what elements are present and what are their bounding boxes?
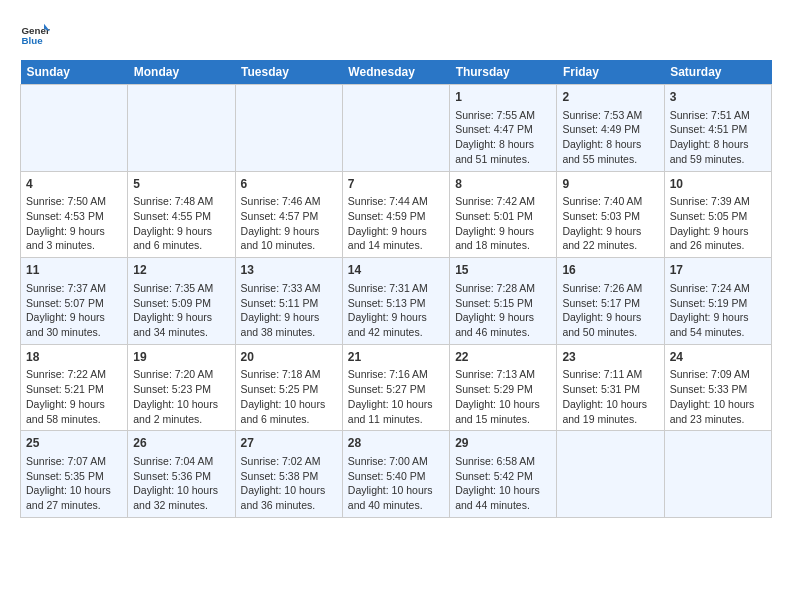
day-number: 3 — [670, 89, 766, 106]
day-info-line: Sunrise: 7:18 AM — [241, 367, 337, 382]
calendar-week-row: 25Sunrise: 7:07 AMSunset: 5:35 PMDayligh… — [21, 431, 772, 518]
calendar-cell: 5Sunrise: 7:48 AMSunset: 4:55 PMDaylight… — [128, 171, 235, 258]
day-info-line: Sunrise: 7:02 AM — [241, 454, 337, 469]
calendar-cell: 1Sunrise: 7:55 AMSunset: 4:47 PMDaylight… — [450, 85, 557, 172]
day-info-line: Daylight: 10 hours — [241, 483, 337, 498]
day-info-line: Sunrise: 7:07 AM — [26, 454, 122, 469]
day-info-line: Sunrise: 7:31 AM — [348, 281, 444, 296]
calendar-week-row: 4Sunrise: 7:50 AMSunset: 4:53 PMDaylight… — [21, 171, 772, 258]
day-info-line: and 59 minutes. — [670, 152, 766, 167]
calendar-header-row: SundayMondayTuesdayWednesdayThursdayFrid… — [21, 60, 772, 85]
day-info-line: Daylight: 9 hours — [241, 224, 337, 239]
calendar-cell: 6Sunrise: 7:46 AMSunset: 4:57 PMDaylight… — [235, 171, 342, 258]
day-info-line: Sunset: 5:15 PM — [455, 296, 551, 311]
day-number: 24 — [670, 349, 766, 366]
day-info-line: Daylight: 9 hours — [670, 224, 766, 239]
day-number: 7 — [348, 176, 444, 193]
day-info-line: and 44 minutes. — [455, 498, 551, 513]
day-info-line: and 51 minutes. — [455, 152, 551, 167]
day-info-line: and 19 minutes. — [562, 412, 658, 427]
day-info-line: Sunrise: 7:39 AM — [670, 194, 766, 209]
day-info-line: Daylight: 10 hours — [670, 397, 766, 412]
day-info-line: and 3 minutes. — [26, 238, 122, 253]
day-info-line: Daylight: 9 hours — [133, 310, 229, 325]
day-info-line: Sunrise: 7:55 AM — [455, 108, 551, 123]
day-info-line: Sunrise: 7:51 AM — [670, 108, 766, 123]
day-info-line: Sunrise: 7:11 AM — [562, 367, 658, 382]
day-info-line: and 50 minutes. — [562, 325, 658, 340]
day-info-line: Sunset: 5:27 PM — [348, 382, 444, 397]
calendar-cell: 16Sunrise: 7:26 AMSunset: 5:17 PMDayligh… — [557, 258, 664, 345]
day-info-line: Daylight: 9 hours — [562, 310, 658, 325]
day-info-line: Sunrise: 7:35 AM — [133, 281, 229, 296]
day-info-line: Sunset: 4:49 PM — [562, 122, 658, 137]
day-info-line: Sunrise: 7:04 AM — [133, 454, 229, 469]
day-info-line: Sunrise: 7:26 AM — [562, 281, 658, 296]
weekday-header-sunday: Sunday — [21, 60, 128, 85]
day-info-line: Sunrise: 7:28 AM — [455, 281, 551, 296]
calendar-cell: 17Sunrise: 7:24 AMSunset: 5:19 PMDayligh… — [664, 258, 771, 345]
calendar-cell: 27Sunrise: 7:02 AMSunset: 5:38 PMDayligh… — [235, 431, 342, 518]
day-info-line: Daylight: 10 hours — [133, 483, 229, 498]
calendar-cell: 2Sunrise: 7:53 AMSunset: 4:49 PMDaylight… — [557, 85, 664, 172]
day-info-line: Daylight: 9 hours — [455, 224, 551, 239]
day-info-line: and 34 minutes. — [133, 325, 229, 340]
day-number: 25 — [26, 435, 122, 452]
day-info-line: and 55 minutes. — [562, 152, 658, 167]
day-info-line: Daylight: 9 hours — [348, 224, 444, 239]
day-info-line: and 11 minutes. — [348, 412, 444, 427]
day-info-line: Daylight: 10 hours — [455, 483, 551, 498]
day-info-line: Sunrise: 7:20 AM — [133, 367, 229, 382]
day-info-line: and 30 minutes. — [26, 325, 122, 340]
logo-icon: General Blue — [20, 20, 50, 50]
day-info-line: Daylight: 9 hours — [133, 224, 229, 239]
day-info-line: Sunset: 4:51 PM — [670, 122, 766, 137]
day-number: 2 — [562, 89, 658, 106]
day-info-line: Daylight: 8 hours — [670, 137, 766, 152]
day-number: 1 — [455, 89, 551, 106]
day-info-line: Daylight: 10 hours — [348, 483, 444, 498]
calendar-cell: 26Sunrise: 7:04 AMSunset: 5:36 PMDayligh… — [128, 431, 235, 518]
calendar-cell: 7Sunrise: 7:44 AMSunset: 4:59 PMDaylight… — [342, 171, 449, 258]
day-info-line: Sunrise: 7:40 AM — [562, 194, 658, 209]
calendar-cell: 15Sunrise: 7:28 AMSunset: 5:15 PMDayligh… — [450, 258, 557, 345]
day-info-line: Daylight: 10 hours — [455, 397, 551, 412]
logo: General Blue — [20, 20, 50, 50]
day-info-line: Sunrise: 7:53 AM — [562, 108, 658, 123]
day-info-line: Daylight: 8 hours — [562, 137, 658, 152]
day-info-line: Daylight: 9 hours — [455, 310, 551, 325]
day-number: 18 — [26, 349, 122, 366]
day-number: 14 — [348, 262, 444, 279]
day-info-line: Daylight: 9 hours — [670, 310, 766, 325]
day-info-line: Sunrise: 7:13 AM — [455, 367, 551, 382]
calendar-week-row: 11Sunrise: 7:37 AMSunset: 5:07 PMDayligh… — [21, 258, 772, 345]
day-info-line: Daylight: 10 hours — [562, 397, 658, 412]
day-info-line: Sunset: 5:19 PM — [670, 296, 766, 311]
calendar-cell: 4Sunrise: 7:50 AMSunset: 4:53 PMDaylight… — [21, 171, 128, 258]
day-info-line: Daylight: 10 hours — [348, 397, 444, 412]
day-info-line: Daylight: 8 hours — [455, 137, 551, 152]
day-info-line: Daylight: 9 hours — [348, 310, 444, 325]
day-info-line: Sunset: 5:03 PM — [562, 209, 658, 224]
day-number: 10 — [670, 176, 766, 193]
day-number: 28 — [348, 435, 444, 452]
day-info-line: Sunrise: 7:46 AM — [241, 194, 337, 209]
calendar-cell: 22Sunrise: 7:13 AMSunset: 5:29 PMDayligh… — [450, 344, 557, 431]
calendar-cell: 12Sunrise: 7:35 AMSunset: 5:09 PMDayligh… — [128, 258, 235, 345]
day-info-line: Sunrise: 7:42 AM — [455, 194, 551, 209]
day-number: 8 — [455, 176, 551, 193]
day-info-line: Sunrise: 7:16 AM — [348, 367, 444, 382]
day-info-line: Sunrise: 6:58 AM — [455, 454, 551, 469]
calendar-cell: 23Sunrise: 7:11 AMSunset: 5:31 PMDayligh… — [557, 344, 664, 431]
day-info-line: and 36 minutes. — [241, 498, 337, 513]
calendar-cell — [235, 85, 342, 172]
weekday-header-thursday: Thursday — [450, 60, 557, 85]
weekday-header-monday: Monday — [128, 60, 235, 85]
day-info-line: Sunset: 5:01 PM — [455, 209, 551, 224]
day-info-line: and 14 minutes. — [348, 238, 444, 253]
weekday-header-saturday: Saturday — [664, 60, 771, 85]
day-info-line: Daylight: 10 hours — [133, 397, 229, 412]
day-number: 12 — [133, 262, 229, 279]
day-number: 15 — [455, 262, 551, 279]
day-number: 19 — [133, 349, 229, 366]
